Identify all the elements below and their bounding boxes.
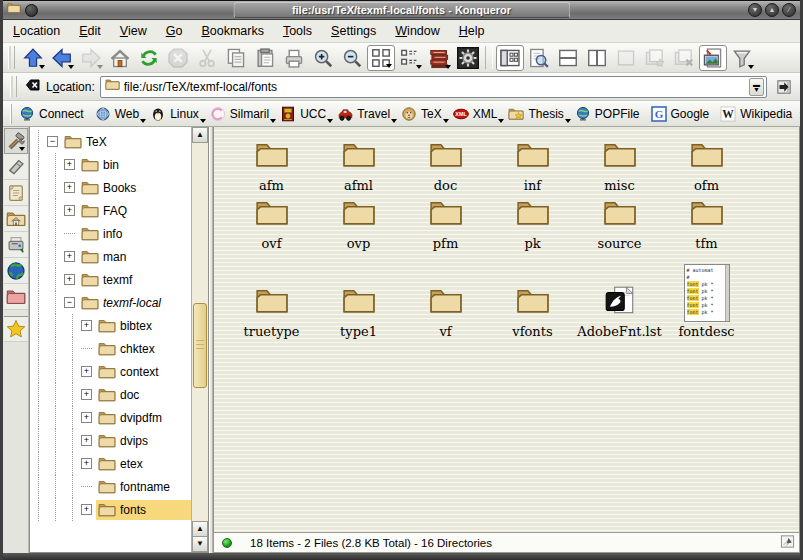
- expand-expander-icon[interactable]: +: [64, 274, 75, 285]
- home-directory-button[interactable]: [4, 206, 28, 232]
- tree-item-content[interactable]: info: [79, 224, 191, 244]
- title-bar[interactable]: file:/usr/TeX/texmf-local/fonts - Konque…: [3, 0, 800, 20]
- folder-item-truetype[interactable]: truetype: [228, 251, 315, 339]
- menu-view[interactable]: View: [120, 24, 147, 38]
- print-button[interactable]: [280, 45, 308, 71]
- go-button[interactable]: [772, 75, 796, 99]
- expand-expander-icon[interactable]: +: [81, 320, 92, 331]
- tree-item-doc[interactable]: +doc: [30, 383, 191, 406]
- menu-go[interactable]: Go: [166, 24, 183, 38]
- collapse-expander-icon[interactable]: −: [47, 136, 58, 147]
- tree-item-content[interactable]: Books: [79, 178, 191, 198]
- minimize-button[interactable]: ▼: [748, 3, 762, 17]
- reload-button[interactable]: [135, 45, 163, 71]
- tree-item-content[interactable]: chktex: [96, 339, 191, 359]
- tree-scroll-down-button[interactable]: ▼: [192, 536, 208, 552]
- folder-item-tfm[interactable]: tfm: [663, 193, 750, 251]
- tree-scrollbar-thumb[interactable]: [193, 303, 207, 388]
- tree-item-content[interactable]: man: [79, 247, 191, 267]
- tree-item-context[interactable]: +context: [30, 360, 191, 383]
- expand-expander-icon[interactable]: +: [64, 159, 75, 170]
- services-button[interactable]: [4, 232, 28, 258]
- folder-item-ovp[interactable]: ovp: [315, 193, 402, 251]
- sidebar-config-button[interactable]: [4, 128, 28, 154]
- image-preview-button[interactable]: [699, 45, 727, 71]
- expand-expander-icon[interactable]: +: [81, 412, 92, 423]
- up-button[interactable]: [19, 45, 47, 71]
- folder-item-pfm[interactable]: pfm: [402, 193, 489, 251]
- expand-expander-icon[interactable]: +: [81, 458, 92, 469]
- folder-item-doc[interactable]: doc: [402, 135, 489, 193]
- tree-item-dvips[interactable]: +dvips: [30, 429, 191, 452]
- tree-item-content[interactable]: texmf: [79, 270, 191, 290]
- expand-expander-icon[interactable]: +: [81, 435, 92, 446]
- folder-item-vfonts[interactable]: vfonts: [489, 251, 576, 339]
- split-view-left-right-button[interactable]: [583, 45, 611, 71]
- paste-button[interactable]: [251, 45, 279, 71]
- tree-item-chktex[interactable]: chktex: [30, 337, 191, 360]
- bookmark-wikipedia[interactable]: WWikipedia: [716, 104, 799, 124]
- folder-item-source[interactable]: source: [576, 193, 663, 251]
- menu-bookmarks[interactable]: Bookmarks: [201, 24, 264, 38]
- split-view-top-bottom-button[interactable]: [554, 45, 582, 71]
- history-button[interactable]: [4, 180, 28, 206]
- tree-item-fontname[interactable]: fontname: [30, 475, 191, 498]
- bookmark-google[interactable]: GGoogle: [647, 104, 717, 124]
- bookmark-xml[interactable]: XMLXML: [449, 104, 505, 124]
- bookmark-travel[interactable]: Travel: [333, 104, 397, 124]
- view-filter-button[interactable]: [728, 45, 756, 71]
- tree-item-etex[interactable]: +etex: [30, 452, 191, 475]
- expand-expander-icon[interactable]: +: [64, 182, 75, 193]
- clear-location-button[interactable]: [25, 77, 41, 97]
- location-input[interactable]: file:/usr/TeX/texmf-local/fonts: [124, 80, 745, 94]
- maximize-button[interactable]: ▲: [765, 3, 779, 17]
- tree-item-dvipdfm[interactable]: +dvipdfm: [30, 406, 191, 429]
- expand-expander-icon[interactable]: +: [81, 389, 92, 400]
- menu-tools[interactable]: Tools: [283, 24, 312, 38]
- tree-item-Books[interactable]: +Books: [30, 176, 191, 199]
- folder-item-misc[interactable]: misc: [576, 135, 663, 193]
- bookmark-ucc[interactable]: UCC: [276, 104, 333, 124]
- kde-gear-button[interactable]: [454, 45, 482, 71]
- tree-item-bibtex[interactable]: +bibtex: [30, 314, 191, 337]
- root-folder-button[interactable]: [4, 284, 28, 310]
- bookmark-linux[interactable]: Linux: [146, 104, 206, 124]
- file-item-fontdesc[interactable]: # automat#font pk *font pk *font pk *fon…: [663, 251, 750, 339]
- file-item-AdobeFnt.lst[interactable]: AdobeFnt.lst: [576, 251, 663, 339]
- folder-item-ofm[interactable]: ofm: [663, 135, 750, 193]
- bookmark-silmaril[interactable]: Silmaril: [206, 104, 276, 124]
- tree-item-content[interactable]: context: [96, 362, 191, 382]
- bookmark-connect[interactable]: Connect: [15, 104, 91, 124]
- collapse-expander-icon[interactable]: −: [64, 297, 75, 308]
- show-navigation-panel-button[interactable]: [496, 45, 524, 71]
- icon-view-mode-button[interactable]: [367, 45, 395, 71]
- bookshelf-button[interactable]: [425, 45, 453, 71]
- folder-item-vf[interactable]: vf: [402, 251, 489, 339]
- expand-expander-icon[interactable]: +: [81, 504, 92, 515]
- bookmark-marker-button[interactable]: [4, 154, 28, 180]
- folder-item-pk[interactable]: pk: [489, 193, 576, 251]
- expand-expander-icon[interactable]: +: [64, 251, 75, 262]
- back-button[interactable]: [48, 45, 76, 71]
- folder-item-type1[interactable]: type1: [315, 251, 402, 339]
- folder-item-ovf[interactable]: ovf: [228, 193, 315, 251]
- bookmark-toolbar-drag-handle[interactable]: [10, 104, 12, 124]
- tree-item-content[interactable]: dvips: [96, 431, 191, 451]
- tree-item-content[interactable]: FAQ: [79, 201, 191, 221]
- bookmark-tex[interactable]: TeX: [397, 104, 449, 124]
- expand-expander-icon[interactable]: +: [64, 205, 75, 216]
- tree-item-content[interactable]: etex: [96, 454, 191, 474]
- tree-item-fonts[interactable]: +fonts: [30, 498, 191, 521]
- zoom-out-button[interactable]: [338, 45, 366, 71]
- bookmark-popfile[interactable]: POPFile: [571, 104, 647, 124]
- bookmark-thesis[interactable]: Thesis: [504, 104, 570, 124]
- tree-item-content[interactable]: fonts: [96, 500, 191, 520]
- close-button[interactable]: ⁄: [782, 3, 796, 17]
- network-button[interactable]: [4, 258, 28, 284]
- tree-item-content[interactable]: bibtex: [96, 316, 191, 336]
- menu-location[interactable]: Location: [13, 24, 60, 38]
- tree-item-info[interactable]: info: [30, 222, 191, 245]
- expand-expander-icon[interactable]: +: [81, 366, 92, 377]
- bookmarks-button[interactable]: [4, 316, 28, 342]
- home-button[interactable]: [106, 45, 134, 71]
